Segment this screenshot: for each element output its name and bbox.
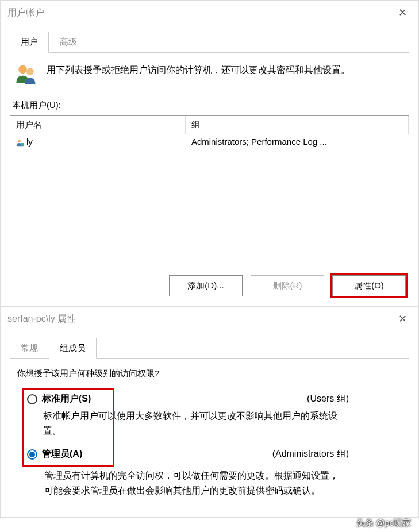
svg-point-0 — [18, 65, 27, 74]
dialog-body: 常规 组成员 你想授予该用户何种级别的访问权限? 标准用户(S) (Users … — [1, 331, 418, 517]
table-row[interactable]: ly Administrators; Performance Log ... — [10, 134, 409, 149]
users-listbox[interactable]: 用户名 组 ly Administrators; Performance Log… — [10, 115, 409, 267]
radio-standard[interactable] — [27, 394, 37, 404]
properties-button[interactable]: 属性(O) — [332, 275, 406, 296]
local-users-label: 本机用户(U): — [12, 100, 407, 111]
radio-admin[interactable] — [27, 449, 37, 460]
remove-button: 删除(R) — [251, 275, 324, 296]
button-row: 添加(D)... 删除(R) 属性(O) — [10, 275, 409, 296]
svg-point-2 — [18, 140, 21, 142]
tab-bar: 用户 高级 — [10, 31, 409, 53]
radio-admin-row[interactable]: 管理员(A) (Administrators 组) — [27, 448, 349, 460]
username-text: ly — [26, 137, 33, 147]
radio-group-highlight: 标准用户(S) (Users 组) 标准帐户用户可以使用大多数软件，并可以更改不… — [24, 390, 113, 465]
dialog-body: 用户 高级 用下列表授予或拒绝用户访问你的计算机，还可以更改其密码和其他设置。 … — [1, 25, 418, 306]
user-icon — [16, 138, 24, 147]
radio-admin-desc: 管理员有计算机的完全访问权，可以做任何需要的更改。根据通知设置，可能会要求管理员… — [44, 468, 343, 498]
cell-username: ly — [10, 134, 186, 149]
radio-standard-desc: 标准帐户用户可以使用大多数软件，并可以更改不影响其他用户的系统设置。 — [43, 408, 342, 438]
access-level-question: 你想授予该用户何种级别的访问权限? — [17, 368, 409, 379]
dialog-header: 用户帐户 ✕ — [1, 1, 418, 25]
dialog-header: serfan-pc\ly 属性 ✕ — [1, 307, 418, 331]
dialog-title: 用户帐户 — [7, 7, 44, 19]
user-properties-dialog: serfan-pc\ly 属性 ✕ 常规 组成员 你想授予该用户何种级别的访问权… — [0, 306, 419, 518]
radio-admin-group: (Administrators 组) — [272, 448, 349, 460]
tab-users[interactable]: 用户 — [10, 32, 49, 53]
intro-text: 用下列表授予或拒绝用户访问你的计算机，还可以更改其密码和其他设置。 — [47, 62, 350, 78]
close-icon[interactable]: ✕ — [394, 5, 412, 20]
radio-standard-label: 标准用户(S) — [42, 393, 91, 405]
users-icon — [13, 62, 39, 87]
close-icon[interactable]: ✕ — [394, 311, 412, 326]
list-header: 用户名 组 — [10, 116, 409, 134]
column-username[interactable]: 用户名 — [10, 116, 186, 134]
tab-members[interactable]: 组成员 — [49, 338, 97, 359]
intro-row: 用下列表授予或拒绝用户访问你的计算机，还可以更改其密码和其他设置。 — [13, 62, 406, 87]
tab-bar: 常规 组成员 — [10, 337, 409, 359]
cell-group: Administrators; Performance Log ... — [186, 134, 409, 149]
dialog-title: serfan-pc\ly 属性 — [7, 313, 76, 325]
user-accounts-dialog: 用户帐户 ✕ 用户 高级 用下列表授予或拒绝用户访问你的计算机，还可以更改其密码… — [0, 0, 419, 306]
svg-rect-3 — [21, 143, 24, 146]
radio-standard-row[interactable]: 标准用户(S) (Users 组) — [27, 393, 349, 405]
tab-advanced[interactable]: 高级 — [49, 32, 88, 53]
radio-standard-group: (Users 组) — [307, 393, 349, 405]
radio-admin-label: 管理员(A) — [42, 448, 82, 460]
tab-general[interactable]: 常规 — [10, 338, 49, 359]
column-group[interactable]: 组 — [186, 116, 409, 134]
svg-point-1 — [26, 68, 34, 75]
add-button[interactable]: 添加(D)... — [169, 275, 243, 296]
